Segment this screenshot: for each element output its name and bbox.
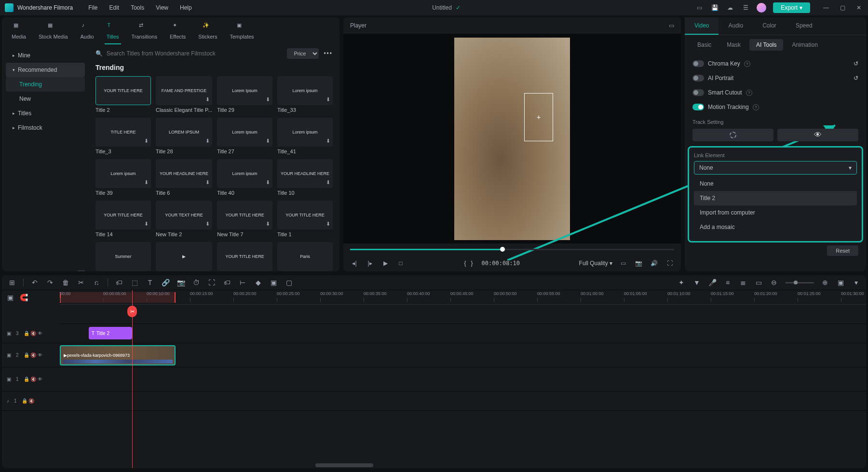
color-tag-icon[interactable]: 🏷 bbox=[223, 278, 231, 287]
track-loading[interactable] bbox=[692, 129, 773, 141]
toggle-cutout[interactable] bbox=[692, 89, 704, 96]
toggle-chroma[interactable] bbox=[692, 60, 704, 67]
link-icon[interactable]: 🔗 bbox=[161, 278, 170, 287]
stop-icon[interactable]: □ bbox=[396, 259, 405, 268]
film-icon[interactable]: ▭ bbox=[754, 278, 763, 287]
title-tile[interactable]: Summer bbox=[95, 242, 151, 271]
reset-chroma-icon[interactable]: ↺ bbox=[854, 60, 858, 67]
player-canvas[interactable] bbox=[343, 34, 681, 243]
view-select-icon[interactable]: ▾ bbox=[852, 278, 860, 287]
price-select[interactable]: Price bbox=[287, 48, 319, 59]
tab-titles[interactable]: TTitles bbox=[105, 20, 121, 44]
export-button[interactable]: Export ▾ bbox=[773, 2, 810, 13]
help-icon[interactable]: ? bbox=[746, 90, 752, 96]
next-frame-icon[interactable]: |▸ bbox=[366, 259, 374, 268]
menu-file[interactable]: File bbox=[82, 4, 103, 11]
title-tile[interactable]: Lorem Ipsum⬇Title 29 bbox=[217, 76, 272, 113]
mixer-icon[interactable]: ≡ bbox=[723, 278, 732, 287]
sidebar-new[interactable]: New bbox=[6, 92, 85, 106]
sidebar-collapse[interactable]: ◂ bbox=[77, 270, 85, 271]
tab-transitions[interactable]: ⇄Transitions bbox=[130, 20, 159, 43]
cut-icon[interactable]: ✂ bbox=[77, 278, 85, 287]
track-preview[interactable]: 👁 bbox=[777, 129, 858, 141]
fit-icon[interactable]: ▣ bbox=[836, 278, 845, 287]
subtab-mask[interactable]: Mask bbox=[720, 39, 747, 51]
prev-frame-icon[interactable]: ◂| bbox=[350, 259, 359, 268]
title-tile[interactable]: ▶ bbox=[156, 242, 212, 271]
screenshot-icon[interactable]: 📷 bbox=[176, 278, 185, 287]
title-tile[interactable]: YOUR TEXT HERE⬇New Title 2 bbox=[156, 201, 212, 237]
link-option-import[interactable]: Import from computer bbox=[694, 205, 857, 220]
title-tile[interactable]: TITLE HERE⬇Title_3 bbox=[95, 118, 151, 154]
tab-audio[interactable]: Audio bbox=[719, 17, 753, 35]
track-head-2[interactable]: ▣ 2 🔒 🔇 👁 bbox=[2, 343, 60, 367]
split-icon[interactable]: ⎌ bbox=[92, 278, 101, 287]
title-tile[interactable]: Lorem ipsum⬇Title 39 bbox=[95, 159, 151, 196]
subtab-animation[interactable]: Animation bbox=[785, 39, 824, 51]
title-tile[interactable]: YOUR HEADLINE HERE⬇Title 6 bbox=[156, 159, 212, 196]
play-icon[interactable]: ▶ bbox=[381, 259, 390, 268]
tab-video[interactable]: Video bbox=[685, 17, 719, 35]
volume-icon[interactable]: 🔊 bbox=[650, 259, 659, 268]
title-tile[interactable]: YOUR TITLE HERE bbox=[217, 242, 272, 271]
sidebar-filmstock[interactable]: ▸Filmstock bbox=[6, 121, 85, 135]
keyframe-icon[interactable]: ◆ bbox=[254, 278, 262, 287]
title-tile[interactable]: YOUR HEADLINE HERE⬇Title 10 bbox=[277, 159, 333, 196]
reset-portrait-icon[interactable]: ↺ bbox=[854, 75, 858, 81]
title-tile[interactable]: Lorem Ipsum⬇Title 27 bbox=[217, 118, 272, 154]
sidebar-mine[interactable]: ▸Mine bbox=[6, 48, 85, 63]
title-tile[interactable]: Lorem ipsum⬇Title_41 bbox=[277, 118, 333, 154]
zoom-out-icon[interactable]: ⊖ bbox=[770, 278, 778, 287]
speed-icon[interactable]: ⏱ bbox=[192, 278, 201, 287]
menu-tools[interactable]: Tools bbox=[125, 4, 150, 11]
track-menu-icon[interactable]: ▣ bbox=[6, 293, 14, 302]
display-icon[interactable]: ▭ bbox=[619, 259, 628, 268]
mark-out-icon[interactable]: } bbox=[471, 260, 473, 267]
title-tile[interactable]: Lorem ipsum⬇Title 40 bbox=[217, 159, 272, 196]
tab-templates[interactable]: ▣Templates bbox=[228, 20, 256, 43]
track-head-a1[interactable]: ♪ 1 🔒 🔇 bbox=[2, 391, 60, 411]
fullscreen-icon[interactable]: ⛶ bbox=[665, 259, 674, 268]
tab-effects[interactable]: ✦Effects bbox=[168, 20, 188, 43]
search-input[interactable] bbox=[107, 50, 282, 57]
quality-select[interactable]: Full Quality ▾ bbox=[579, 260, 612, 267]
title-tile[interactable]: YOUR TITLE HERE⬇Title 14 bbox=[95, 201, 151, 237]
toggle-motion[interactable] bbox=[692, 104, 704, 110]
help-icon[interactable]: ? bbox=[744, 61, 750, 67]
delete-icon[interactable]: 🗑 bbox=[61, 278, 70, 287]
layout-icon[interactable]: ⊞ bbox=[8, 278, 16, 287]
title-tile[interactable]: LOREM IPSUM⬇Title 28 bbox=[156, 118, 212, 154]
tab-speed[interactable]: Speed bbox=[786, 17, 822, 35]
link-element-select[interactable]: None▾ bbox=[694, 161, 857, 175]
player-scrubber[interactable] bbox=[350, 249, 674, 250]
menu-edit[interactable]: Edit bbox=[104, 4, 125, 11]
title-tile[interactable]: Paris bbox=[277, 242, 333, 271]
camera-icon[interactable]: 📷 bbox=[635, 259, 643, 268]
track-head-1[interactable]: ▣ 1 🔒 🔇 👁 bbox=[2, 367, 60, 391]
mark-in-icon[interactable]: { bbox=[464, 260, 466, 267]
title-clip[interactable]: T Title 2 bbox=[89, 327, 132, 339]
list-icon[interactable]: ☰ bbox=[741, 3, 750, 12]
minimize-icon[interactable]: — bbox=[822, 3, 830, 12]
title-tile[interactable]: FAME AND PRESTIGE⬇Classic Elegant Title … bbox=[156, 76, 212, 113]
tab-stickers[interactable]: ✨Stickers bbox=[196, 20, 219, 43]
subtab-ai-tools[interactable]: AI Tools bbox=[749, 39, 783, 51]
sidebar-recommended[interactable]: ▾Recommended bbox=[6, 63, 85, 77]
title-tile[interactable]: Lorem ipsum⬇Title_33 bbox=[277, 76, 333, 113]
save-icon[interactable]: 💾 bbox=[710, 3, 719, 12]
more-icon[interactable]: ••• bbox=[324, 50, 333, 57]
crop-icon[interactable]: ⬚ bbox=[130, 278, 139, 287]
expand-icon[interactable]: ⛶ bbox=[207, 278, 216, 287]
magnet-icon[interactable]: 🧲 bbox=[19, 293, 28, 302]
user-avatar[interactable] bbox=[757, 3, 766, 13]
video-clip[interactable]: ▶ pexels-vlada-karpovich-0968973 bbox=[60, 345, 176, 365]
text-icon[interactable]: T bbox=[146, 278, 154, 287]
title-tile[interactable]: YOUR TITLE HERETitle 2 bbox=[95, 76, 151, 113]
title-tile[interactable]: YOUR TITLE HERE⬇New Title 7 bbox=[217, 201, 272, 237]
reset-button[interactable]: Reset bbox=[827, 245, 858, 256]
maximize-icon[interactable]: ▢ bbox=[838, 3, 847, 12]
tab-color[interactable]: Color bbox=[753, 17, 786, 35]
help-icon[interactable]: ? bbox=[753, 104, 759, 110]
close-icon[interactable]: ✕ bbox=[854, 3, 863, 12]
snapshot-icon[interactable]: ▭ bbox=[669, 22, 674, 29]
